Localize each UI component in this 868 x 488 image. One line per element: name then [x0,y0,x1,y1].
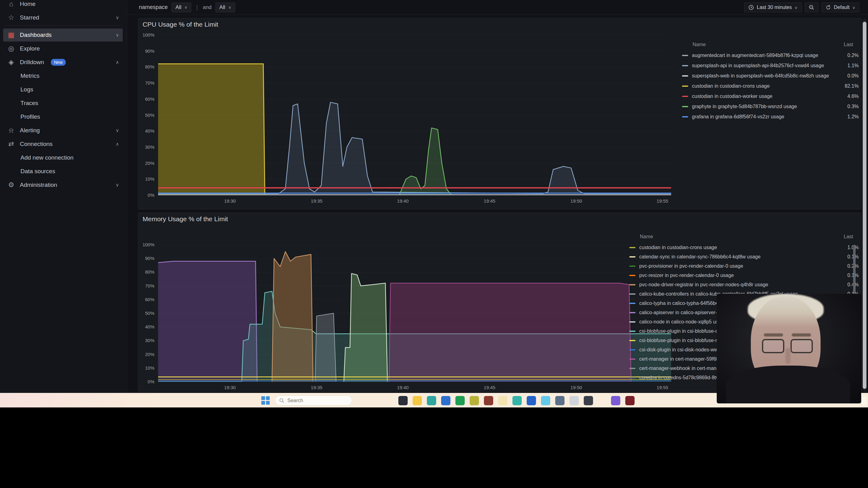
taskbar-icon-discord[interactable] [611,396,620,405]
y-axis-tick: 20% [133,352,154,357]
x-axis-tick: 19:40 [397,385,409,390]
time-range-picker[interactable]: Last 30 minutes ∨ [744,2,801,12]
taskbar-icon-media[interactable] [584,396,593,405]
sidebar-item-profiles[interactable]: Profiles [3,110,123,123]
taskbar-icon-file-explorer[interactable] [413,396,422,405]
taskbar-icon-mail[interactable] [441,396,451,405]
y-axis-tick: 80% [133,269,154,274]
presenter-eyebrow [792,333,811,336]
series-color-swatch [629,349,636,351]
sidebar-divider [4,25,122,26]
sidebar-item-explore[interactable]: ◎Explore [3,42,123,55]
gear-icon: ⚙ [7,181,16,189]
legend-col-last[interactable]: Last [844,42,853,47]
y-axis-tick: 90% [133,48,154,54]
taskbar-search[interactable]: Search [275,395,352,405]
dashboards-icon: ▦ [7,31,16,39]
x-axis-tick: 19:40 [397,198,409,203]
taskbar-icon-store[interactable] [569,396,579,405]
refresh-button[interactable]: Default ∨ [822,2,859,12]
start-button[interactable] [261,396,270,405]
series-color-swatch [629,284,636,285]
pod-filter-dropdown[interactable]: All∨ [215,2,235,12]
scrollbar-thumb[interactable] [863,22,866,389]
taskbar-icon-firefox[interactable] [484,396,493,405]
clock-icon [748,5,754,10]
sidebar-item-data-sources[interactable]: Data sources [3,165,123,178]
series-name: augmentedcart in augmentedcart-5894b87f6… [692,53,836,58]
series-name: supersplash-web in supersplash-web-64fcd… [692,73,836,79]
series-name: custodian in custodian-worker usage [692,94,836,99]
legend-row[interactable]: custodian in custodian-worker usage4.6% [682,92,859,101]
legend-row[interactable]: supersplash-api in supersplash-api-84b25… [682,61,859,70]
sidebar-item-starred[interactable]: ☆Starred∨ [3,11,123,24]
sidebar-item-label: Connections [20,141,53,148]
namespace-filter-dropdown[interactable]: All∨ [172,2,191,12]
legend-row[interactable]: pvc-provisioner in pvc-render-calendar-0… [629,262,859,270]
page-scrollbar[interactable] [862,19,867,392]
legend-col-name[interactable]: Name [692,42,706,47]
chevron-down-icon: ∨ [852,5,855,10]
legend-row[interactable]: custodian in custodian-crons usage82.1% [682,82,859,91]
series-color-swatch [682,116,688,118]
system-tray[interactable] [861,396,867,405]
refresh-icon [826,5,831,10]
legend-row[interactable]: grafana in grafana-6d8f56f74-vs2zr usage… [682,112,859,121]
taskbar-icon-settings[interactable] [555,396,564,405]
y-axis-tick: 0% [133,379,154,384]
namespace-filter-label: namespace [139,4,168,10]
sidebar-item-logs[interactable]: Logs [3,83,123,96]
y-axis-tick: 10% [133,176,154,182]
sidebar-item-label: Administration [20,182,57,188]
sidebar-item-administration[interactable]: ⚙Administration∨ [3,178,123,192]
series-last-value: 0.0% [836,73,859,79]
legend-row[interactable]: custodian in custodian-crons usage1.0% [629,243,859,252]
sidebar-item-alerting[interactable]: ⍾Alerting∨ [3,124,123,137]
taskbar-icon-notes[interactable] [470,396,479,405]
presenter-body [726,366,850,403]
sidebar-item-label: Alerting [20,127,40,134]
taskbar-icon-terminal[interactable] [398,396,408,405]
sidebar-item-add-new-connection[interactable]: Add new connection [3,151,123,164]
x-axis-tick: 19:30 [224,198,236,203]
y-axis-tick: 30% [133,144,154,150]
sidebar: ⌂Home☆Starred∨▦Dashboards∨◎Explore◈Drill… [0,0,127,393]
sidebar-item-drilldown[interactable]: ◈DrilldownNew∧ [3,56,123,69]
cpu-legend: NameLastaugmentedcart in augmentedcart-5… [682,42,859,119]
legend-row[interactable]: graphyte in graphyte-5d84b787bb-wsnzd us… [682,102,859,111]
taskbar-icon-teams[interactable] [513,396,522,405]
taskbar-icon-browser[interactable] [427,396,436,405]
taskbar-icon-paint[interactable] [625,396,634,405]
zoom-out-button[interactable] [805,2,818,12]
sidebar-item-label: Profiles [21,113,40,120]
series-name: supersplash-api in supersplash-api-84b25… [692,63,836,68]
connections-icon: ⇄ [7,140,16,148]
legend-row[interactable]: supersplash-web in supersplash-web-64fcd… [682,72,859,80]
taskbar-icon-documents[interactable] [498,396,507,405]
taskbar-icon-code-editor[interactable] [455,396,465,405]
series-color-swatch [682,75,688,76]
sidebar-item-metrics[interactable]: Metrics [3,69,123,83]
explore-icon: ◎ [7,44,16,53]
sidebar-item-traces[interactable]: Traces [3,97,123,110]
sidebar-item-dashboards[interactable]: ▦Dashboards∨ [3,29,123,41]
legend-col-name[interactable]: Name [640,234,653,239]
sidebar-item-connections[interactable]: ⇄Connections∧ [3,137,123,151]
chevron-icon: ∧ [116,141,119,147]
series-color-swatch [629,275,636,276]
cpu-chart[interactable] [158,35,671,195]
x-axis-tick: 19:30 [224,385,236,390]
taskbar-icon-messaging[interactable] [541,396,550,405]
legend-row[interactable]: pvc-resizer in pvc-render-calendar-0 usa… [629,271,859,280]
chevron-icon: ∨ [116,182,119,188]
legend-row[interactable]: augmentedcart in augmentedcart-5894b87f6… [682,51,859,60]
memory-chart[interactable] [158,245,671,382]
legend-col-last[interactable]: Last [844,234,853,239]
chevron-icon: ∨ [116,128,119,133]
sidebar-item-home[interactable]: ⌂Home [3,0,123,10]
series-color-swatch [629,368,636,369]
legend-row[interactable]: pvc-node-driver-registrar in pvc-render-… [629,281,859,289]
taskbar-icon-outlook[interactable] [527,396,536,405]
series-color-swatch [682,55,688,56]
legend-row[interactable]: calendar-sync in calendar-sync-786bb6c4-… [629,253,859,261]
